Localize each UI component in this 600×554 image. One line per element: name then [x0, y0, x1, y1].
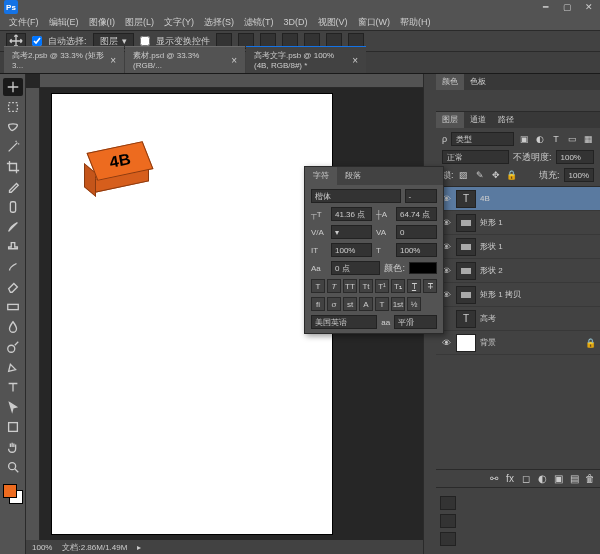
opacity-value[interactable]: 100% — [556, 150, 595, 164]
layer-row[interactable]: 👁形状 2 — [436, 259, 600, 283]
close-button[interactable]: ✕ — [582, 1, 596, 13]
layer-row[interactable]: 👁矩形 1 — [436, 211, 600, 235]
layer-row[interactable]: 👁形状 1 — [436, 235, 600, 259]
fx-icon[interactable]: fx — [504, 473, 516, 485]
layer-name[interactable]: 背景 — [480, 337, 581, 348]
layer-row[interactable]: 👁矩形 1 拷贝 — [436, 283, 600, 307]
type-tool[interactable] — [3, 378, 23, 396]
eraser-artwork[interactable]: 4B — [84, 146, 156, 200]
close-icon[interactable]: × — [110, 55, 116, 66]
visibility-toggle[interactable]: 👁 — [440, 338, 452, 348]
history-brush-tool[interactable] — [3, 258, 23, 276]
italic-button[interactable]: T — [327, 279, 341, 293]
menu-edit[interactable]: 编辑(E) — [46, 16, 82, 29]
underline-button[interactable]: T̲ — [407, 279, 421, 293]
menu-view[interactable]: 视图(V) — [315, 16, 351, 29]
crop-tool[interactable] — [3, 158, 23, 176]
zoom-level[interactable]: 100% — [32, 543, 52, 552]
shape-tool[interactable] — [3, 418, 23, 436]
bold-button[interactable]: T — [311, 279, 325, 293]
tab-doc[interactable]: 高考文字.psb @ 100% (4B, RGB/8#) *× — [246, 46, 366, 73]
layer-thumb[interactable]: T — [456, 190, 476, 208]
opentype-button[interactable]: σ — [327, 297, 341, 311]
tab-character[interactable]: 字符 — [305, 167, 337, 185]
tab-layers[interactable]: 图层 — [436, 112, 464, 128]
strike-button[interactable]: T̶ — [423, 279, 437, 293]
layer-thumb[interactable] — [456, 286, 476, 304]
menu-type[interactable]: 文字(Y) — [161, 16, 197, 29]
maximize-button[interactable]: ▢ — [560, 1, 574, 13]
font-style[interactable]: - — [405, 189, 437, 203]
show-transform-checkbox[interactable] — [140, 36, 150, 46]
stamp-tool[interactable] — [3, 238, 23, 256]
move-tool[interactable] — [3, 78, 23, 96]
opentype-button[interactable]: st — [343, 297, 357, 311]
layer-row[interactable]: T高考 — [436, 307, 600, 331]
lock-pixel-icon[interactable]: ✎ — [474, 169, 486, 181]
group-icon[interactable]: ▣ — [552, 473, 564, 485]
heal-tool[interactable] — [3, 198, 23, 216]
menu-image[interactable]: 图像(I) — [86, 16, 119, 29]
super-button[interactable]: T¹ — [375, 279, 389, 293]
eraser-tool[interactable] — [3, 278, 23, 296]
ruler-vertical[interactable] — [26, 88, 40, 540]
language[interactable]: 美国英语 — [311, 315, 377, 329]
hand-tool[interactable] — [3, 438, 23, 456]
wand-tool[interactable] — [3, 138, 23, 156]
menu-filter[interactable]: 滤镜(T) — [241, 16, 277, 29]
zoom-tool[interactable] — [3, 458, 23, 476]
blur-tool[interactable] — [3, 318, 23, 336]
lock-pos-icon[interactable]: ✥ — [490, 169, 502, 181]
doc-size[interactable]: 文档:2.86M/1.49M — [62, 542, 127, 553]
menu-3d[interactable]: 3D(D) — [281, 17, 311, 27]
layer-name[interactable]: 形状 2 — [480, 265, 596, 276]
panel-tab[interactable]: 色板 — [464, 74, 492, 90]
layer-filter-kind[interactable]: 类型 — [451, 132, 514, 146]
sub-button[interactable]: T₁ — [391, 279, 405, 293]
menu-select[interactable]: 选择(S) — [201, 16, 237, 29]
color-swatches[interactable] — [3, 484, 23, 504]
menu-layer[interactable]: 图层(L) — [122, 16, 157, 29]
layer-name[interactable]: 高考 — [480, 313, 596, 324]
layer-thumb[interactable]: T — [456, 310, 476, 328]
antialias[interactable]: 平滑 — [394, 315, 437, 329]
vscale[interactable]: 100% — [331, 243, 372, 257]
filter-adjust-icon[interactable]: ◐ — [534, 133, 546, 145]
layer-thumb[interactable] — [456, 262, 476, 280]
eyedropper-tool[interactable] — [3, 178, 23, 196]
panel-icon[interactable] — [440, 496, 456, 510]
filter-type-icon[interactable]: T — [550, 133, 562, 145]
filter-smart-icon[interactable]: ▦ — [582, 133, 594, 145]
panel-icon[interactable] — [440, 532, 456, 546]
smallcaps-button[interactable]: Tt — [359, 279, 373, 293]
filter-pixel-icon[interactable]: ▣ — [518, 133, 530, 145]
opentype-button[interactable]: ½ — [407, 297, 421, 311]
kerning[interactable]: ▾ — [331, 225, 372, 239]
path-select-tool[interactable] — [3, 398, 23, 416]
layer-thumb[interactable] — [456, 334, 476, 352]
leading[interactable]: 64.74 点 — [396, 207, 437, 221]
minimize-button[interactable]: ━ — [538, 1, 552, 13]
mask-icon[interactable]: ◻ — [520, 473, 532, 485]
layer-thumb[interactable] — [456, 214, 476, 232]
menu-file[interactable]: 文件(F) — [6, 16, 42, 29]
trash-icon[interactable]: 🗑 — [584, 473, 596, 485]
new-layer-icon[interactable]: ▤ — [568, 473, 580, 485]
opentype-button[interactable]: 1st — [391, 297, 405, 311]
layer-name[interactable]: 矩形 1 拷贝 — [480, 289, 596, 300]
lasso-tool[interactable] — [3, 118, 23, 136]
layer-name[interactable]: 矩形 1 — [480, 217, 596, 228]
gradient-tool[interactable] — [3, 298, 23, 316]
close-icon[interactable]: × — [231, 55, 237, 66]
opentype-button[interactable]: T — [375, 297, 389, 311]
opentype-button[interactable]: A — [359, 297, 373, 311]
adjustment-icon[interactable]: ◐ — [536, 473, 548, 485]
fill-value[interactable]: 100% — [564, 168, 594, 182]
font-family[interactable]: 楷体 — [311, 189, 401, 203]
tab-paragraph[interactable]: 段落 — [337, 167, 369, 185]
brush-tool[interactable] — [3, 218, 23, 236]
pen-tool[interactable] — [3, 358, 23, 376]
menu-help[interactable]: 帮助(H) — [397, 16, 434, 29]
tab-paths[interactable]: 路径 — [492, 112, 520, 128]
menu-window[interactable]: 窗口(W) — [355, 16, 394, 29]
